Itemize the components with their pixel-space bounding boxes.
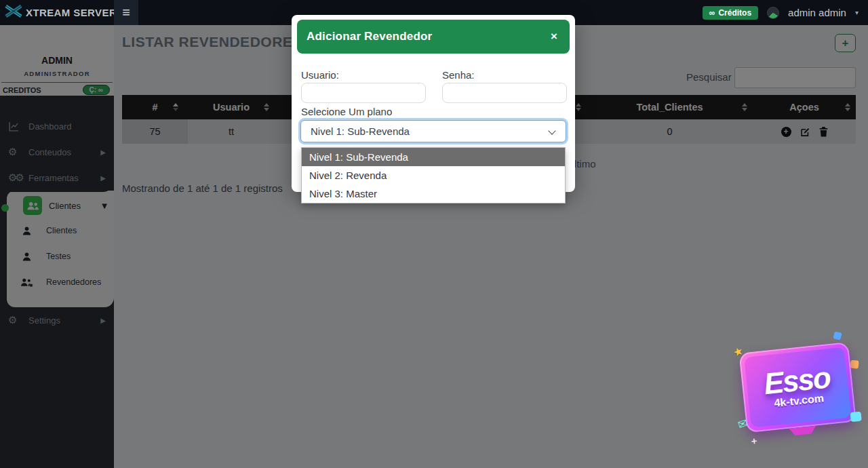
- usuario-label: Usuario:: [301, 69, 339, 81]
- camera-decoration: [850, 412, 861, 423]
- esso-watermark: ★ Esso 4k-tv.com ✉ +: [734, 332, 864, 454]
- plan-options-dropdown: Nivel 1: Sub-Revenda Nivel 2: Revenda Ni…: [301, 147, 566, 203]
- brand[interactable]: XTREAM SERVER: [0, 0, 114, 25]
- screen: XTREAM SERVER ≡ ∞ Créditos admin admin ▾…: [0, 0, 868, 468]
- caret-down-icon[interactable]: ▾: [855, 9, 859, 16]
- senha-label: Senha:: [442, 69, 475, 81]
- plan-select[interactable]: Nivel 1: Sub-Revenda: [300, 120, 566, 142]
- infinity-icon: ∞: [709, 8, 715, 18]
- brand-x-logo-icon: [4, 4, 23, 21]
- plan-selected-value: Nivel 1: Sub-Revenda: [311, 125, 410, 137]
- hamburger-icon: ≡: [122, 5, 130, 20]
- watermark-tv-screen: Esso 4k-tv.com: [744, 347, 851, 428]
- chevron-down-icon: [548, 127, 555, 134]
- usuario-field[interactable]: [301, 83, 426, 103]
- square-decoration: [833, 331, 842, 340]
- topbar-right: ∞ Créditos admin admin ▾: [703, 6, 868, 20]
- user-avatar: [767, 7, 779, 19]
- senha-field[interactable]: [442, 83, 567, 103]
- brand-title: XTREAM SERVER: [26, 7, 117, 18]
- modal-header: Adicionar Revendedor ×: [297, 20, 570, 54]
- watermark-tv-frame: Esso 4k-tv.com: [738, 342, 856, 433]
- credits-badge-label: Créditos: [718, 8, 751, 18]
- sparkle-decoration: +: [750, 436, 757, 446]
- credits-badge[interactable]: ∞ Créditos: [703, 6, 758, 20]
- plan-option-nivel1[interactable]: Nivel 1: Sub-Revenda: [302, 148, 565, 166]
- hamburger-menu-button[interactable]: ≡: [114, 0, 138, 25]
- user-menu[interactable]: admin admin: [788, 7, 846, 18]
- plan-option-nivel2[interactable]: Nivel 2: Revenda: [302, 166, 565, 184]
- plan-label: Selecione Um plano: [301, 106, 392, 117]
- square-decoration: [850, 360, 859, 369]
- close-icon[interactable]: ×: [551, 20, 557, 54]
- plan-option-nivel3[interactable]: Nivel 3: Master: [302, 184, 565, 203]
- modal-title: Adicionar Revendedor: [297, 30, 432, 43]
